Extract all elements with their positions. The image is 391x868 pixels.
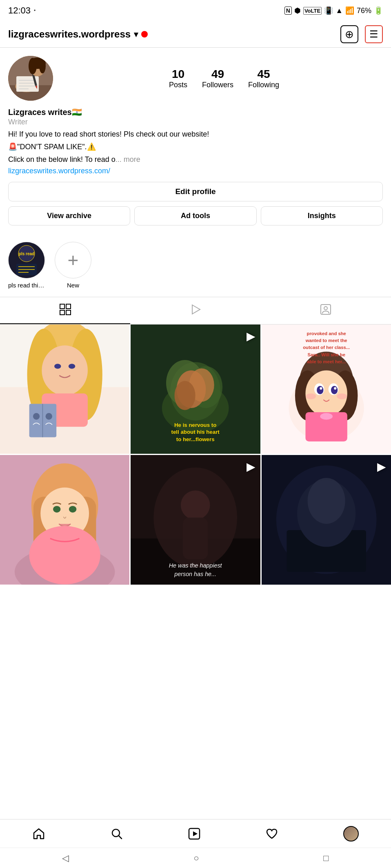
svg-point-64: [306, 393, 316, 399]
chevron-down-icon[interactable]: ▾: [134, 29, 138, 39]
nav-profile[interactable]: [343, 826, 359, 841]
ad-tools-button[interactable]: Ad tools: [134, 206, 256, 225]
svg-point-13: [39, 59, 46, 73]
svg-text:able to meet her...: able to meet her...: [307, 359, 346, 364]
bio-more-link[interactable]: ... more: [116, 155, 140, 163]
status-time: 12:03: [8, 5, 31, 16]
view-archive-button[interactable]: View archive: [8, 206, 130, 225]
followers-stat[interactable]: 49 Followers: [202, 68, 233, 89]
play-icon-5: ▶: [247, 460, 255, 473]
grid-icon: [60, 304, 71, 317]
header-actions: ⊕ ☰: [340, 25, 383, 43]
svg-text:person has he...: person has he...: [174, 571, 217, 577]
nav-home[interactable]: [32, 827, 45, 840]
header-username-area[interactable]: lizgraceswrites.wordpress ▾: [8, 29, 148, 40]
nav-activity[interactable]: [265, 827, 278, 840]
svg-point-93: [307, 478, 345, 524]
insights-button[interactable]: Insights: [261, 206, 383, 225]
svg-text:He was the happiest: He was the happiest: [169, 563, 222, 569]
add-post-button[interactable]: ⊕: [340, 25, 358, 43]
posts-stat[interactable]: 10 Posts: [169, 68, 187, 89]
status-bar: 12:03 • N ⬢ VoLTE 📳 ▲ 📶 76% 🔋: [0, 0, 391, 21]
profile-website-link[interactable]: lizgraceswrites.wordpress.com/: [8, 167, 110, 175]
heart-icon: [265, 827, 278, 840]
following-count: 45: [257, 68, 270, 81]
action-buttons: Edit profile View archive Ad tools Insig…: [8, 182, 383, 225]
tab-grid[interactable]: [0, 297, 130, 324]
profile-category: Writer: [8, 118, 383, 126]
svg-point-61: [331, 386, 338, 394]
avatar-image: [8, 56, 53, 101]
bluetooth-icon: ⬢: [294, 6, 301, 15]
svg-rect-24: [66, 310, 71, 315]
edit-profile-button[interactable]: Edit profile: [8, 182, 383, 201]
reels-icon: [188, 827, 201, 840]
volte-icon: VoLTE: [303, 7, 322, 15]
highlight-item-1[interactable]: pls read pls read this! ...: [8, 242, 45, 289]
grid-item-5[interactable]: He was the happiest person has he... ▶: [131, 455, 260, 584]
followers-label: Followers: [202, 81, 233, 89]
post-2-image: He is nervous to tell about his heart to…: [131, 325, 260, 454]
menu-button[interactable]: ☰: [365, 25, 383, 43]
play-icon-2: ▶: [247, 329, 255, 343]
svg-point-27: [324, 307, 327, 310]
bottom-nav: [0, 819, 391, 848]
highlight-new[interactable]: + New: [55, 242, 91, 289]
post-1-image: [0, 325, 129, 454]
signal-icon: 📶: [345, 6, 354, 15]
plus-circle-icon: +: [68, 249, 79, 271]
secondary-buttons: View archive Ad tools Insights: [8, 206, 383, 225]
post-6-image: [262, 455, 391, 584]
battery-icon: 🔋: [374, 6, 383, 15]
svg-point-63: [334, 387, 336, 390]
bio-line-1: Hi! If you love to read short stories! P…: [8, 129, 383, 140]
svg-text:Sara.. Will she be: Sara.. Will she be: [307, 352, 345, 357]
svg-rect-86: [183, 518, 208, 559]
profile-section: 10 Posts 49 Followers 45 Following Lizgr…: [0, 48, 391, 238]
grid-item-3[interactable]: provoked and she wanted to meet the outc…: [262, 325, 391, 454]
following-stat[interactable]: 45 Following: [248, 68, 279, 89]
bio-line-2: 🚨"DON'T SPAM LIKE".⚠️: [8, 141, 383, 152]
search-icon: [110, 827, 123, 840]
android-nav: ◁ ○ □: [0, 848, 391, 868]
highlight-new-label: New: [67, 282, 79, 289]
post-4-image: [0, 455, 129, 584]
tab-reels[interactable]: [130, 297, 260, 324]
grid-item-1[interactable]: [0, 325, 129, 454]
svg-point-35: [69, 364, 75, 369]
svg-point-57: [305, 371, 347, 417]
svg-point-40: [46, 413, 52, 420]
tab-tagged[interactable]: [261, 297, 391, 324]
svg-line-95: [119, 836, 122, 839]
posts-label: Posts: [169, 81, 187, 89]
android-back-button[interactable]: ◁: [54, 850, 77, 867]
svg-point-79: [53, 506, 60, 512]
android-recent-button[interactable]: □: [315, 850, 337, 867]
grid-item-4[interactable]: [0, 455, 129, 584]
svg-point-85: [181, 490, 210, 520]
grid-item-2[interactable]: He is nervous to tell about his heart to…: [131, 325, 260, 454]
post-3-image: provoked and she wanted to meet the outc…: [262, 325, 391, 454]
svg-text:He is nervous to: He is nervous to: [174, 422, 216, 428]
svg-rect-22: [66, 304, 71, 309]
nfc-icon: N: [284, 7, 292, 15]
android-home-button[interactable]: ○: [185, 850, 207, 867]
grid-item-6[interactable]: ▶: [262, 455, 391, 584]
play-icon-6: ▶: [377, 460, 386, 473]
posts-grid: He is nervous to tell about his heart to…: [0, 325, 391, 585]
svg-point-34: [54, 364, 61, 369]
svg-point-48: [175, 381, 196, 410]
post-5-image: He was the happiest person has he...: [131, 455, 260, 584]
svg-text:pls read: pls read: [19, 252, 34, 256]
svg-point-39: [33, 413, 40, 420]
username-text: lizgraceswrites.wordpress: [8, 29, 131, 40]
nav-reels[interactable]: [188, 827, 201, 840]
avatar[interactable]: [8, 56, 53, 101]
vibrate-icon: 📳: [324, 6, 333, 15]
bio-text-partial: Click on the below link! To read o: [8, 155, 116, 163]
svg-rect-21: [60, 304, 64, 309]
profile-top: 10 Posts 49 Followers 45 Following: [8, 56, 383, 101]
posts-count: 10: [172, 68, 184, 81]
nav-search[interactable]: [110, 827, 123, 840]
svg-point-60: [317, 386, 323, 394]
